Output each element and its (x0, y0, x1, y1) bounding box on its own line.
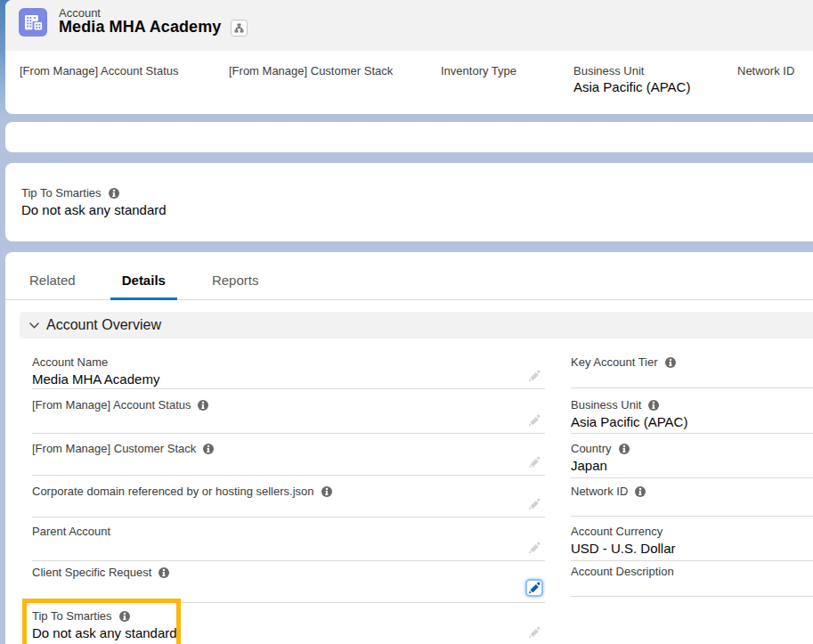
field-label: Country (571, 442, 813, 456)
field-label-text: [From Manage] Customer Stack (32, 442, 196, 456)
highlight-field-label: Network ID (737, 65, 794, 77)
field-label: Key Account Tier (571, 355, 813, 370)
edit-field-button[interactable] (528, 414, 541, 427)
info-icon-glyph (321, 486, 332, 497)
edit-field-button[interactable] (528, 626, 541, 639)
info-icon[interactable] (635, 486, 646, 497)
highlight-field: Inventory Type (441, 65, 516, 77)
chevron-down-icon (29, 322, 39, 329)
info-icon-glyph (159, 567, 169, 578)
record-detail-card: Related Details Reports Account Overview… (5, 252, 813, 644)
highlight-field: [From Manage] Account Status (20, 65, 178, 77)
field-label: [From Manage] Customer Stack (32, 442, 545, 456)
field-value: Asia Pacific (APAC) (571, 414, 813, 430)
info-icon[interactable] (321, 486, 332, 497)
edit-pencil-icon (528, 542, 541, 554)
info-icon[interactable] (109, 188, 119, 199)
edit-field-button[interactable] (528, 542, 541, 554)
highlights-fields: [From Manage] Account Status [From Manag… (5, 51, 813, 114)
detail-field-row: Network ID (571, 478, 813, 517)
empty-card (5, 122, 813, 152)
highlight-field: Network ID (737, 65, 794, 77)
info-icon[interactable] (119, 611, 130, 622)
field-label: Account Description (571, 565, 813, 579)
field-value: Japan (571, 458, 813, 474)
tip-field-label: Tip To Smarties (21, 186, 102, 200)
detail-field-row: CountryJapan (571, 434, 813, 478)
highlights-card: Account Media MHA Academy [From Manage] … (5, 0, 813, 114)
highlight-field: Business Unit Asia Pacific (APAC) (573, 65, 690, 94)
section-title: Account Overview (46, 317, 161, 333)
tab-related[interactable]: Related (18, 273, 87, 299)
field-label: Business Unit (571, 398, 813, 412)
detail-field-row: Tip To SmartiesDo not ask any standard (32, 603, 545, 644)
tip-field-value: Do not ask any standard (21, 202, 167, 217)
edit-pencil-icon (528, 582, 541, 594)
info-icon-glyph (635, 486, 646, 497)
edit-pencil-icon (528, 498, 541, 510)
info-icon[interactable] (203, 444, 214, 454)
field-label-text: Business Unit (571, 398, 641, 412)
detail-field-row: Account CurrencyUSD - U.S. Dollar (571, 517, 813, 561)
section-account-overview[interactable]: Account Overview (20, 312, 813, 338)
info-icon-glyph (109, 188, 119, 199)
field-label: Client Specific Request (32, 566, 545, 580)
edit-field-button[interactable] (528, 370, 541, 382)
edit-field-button[interactable] (528, 456, 541, 469)
edit-field-button-focused[interactable] (525, 579, 543, 597)
field-label-text: Corporate domain referenced by or hostin… (32, 485, 314, 499)
info-icon-glyph (203, 444, 214, 454)
edit-pencil-icon (528, 370, 541, 382)
highlight-field-label: Inventory Type (441, 65, 516, 77)
info-icon-glyph (648, 400, 659, 411)
field-label-text: [From Manage] Account Status (32, 398, 191, 412)
detail-field-row: Key Account Tier (571, 347, 813, 388)
field-label: Tip To Smarties (32, 609, 545, 624)
detail-field-row: Business UnitAsia Pacific (APAC) (571, 388, 813, 434)
detail-field-row: [From Manage] Customer Stack (32, 434, 545, 476)
field-value: Media MHA Academy (32, 371, 545, 387)
record-name: Media MHA Academy (59, 17, 221, 37)
field-label-text: Network ID (571, 485, 628, 499)
field-label-text: Account Currency (571, 525, 663, 539)
info-icon[interactable] (648, 400, 659, 411)
highlight-field-label: Business Unit (573, 65, 690, 77)
hierarchy-icon (234, 23, 244, 33)
account-object-icon (19, 8, 47, 37)
info-icon-glyph (198, 400, 208, 411)
tab-details[interactable]: Details (110, 273, 177, 299)
field-value: Do not ask any standard (32, 625, 545, 641)
view-hierarchy-button[interactable] (231, 20, 248, 37)
field-label: Account Name (32, 355, 545, 370)
info-icon[interactable] (198, 400, 208, 411)
info-icon[interactable] (159, 567, 169, 578)
info-icon-glyph (619, 444, 630, 454)
detail-field-row: Parent Account (32, 518, 545, 561)
field-label: Parent Account (32, 525, 545, 539)
info-icon-glyph (665, 357, 676, 368)
info-icon[interactable] (619, 444, 630, 454)
info-icon[interactable] (665, 357, 676, 368)
tip-card: Tip To Smarties Do not ask any standard (5, 163, 813, 241)
field-label-text: Tip To Smarties (32, 609, 112, 624)
highlight-field-label: [From Manage] Account Status (20, 65, 178, 77)
field-label-text: Key Account Tier (571, 355, 658, 370)
field-label-text: Account Name (32, 355, 108, 370)
tab-reports[interactable]: Reports (200, 273, 271, 299)
highlight-field-value: Asia Pacific (APAC) (573, 80, 690, 94)
detail-field-row: Corporate domain referenced by or hostin… (32, 476, 545, 518)
edit-pencil-icon (528, 456, 541, 469)
details-right-column: Key Account TierBusiness UnitAsia Pacifi… (571, 347, 813, 597)
record-header: Account Media MHA Academy (5, 0, 813, 51)
field-label-text: Account Description (571, 565, 674, 579)
field-label: [From Manage] Account Status (32, 398, 545, 412)
details-left-column: Account NameMedia MHA Academy[From Manag… (32, 347, 545, 644)
edit-pencil-icon (528, 414, 541, 427)
field-value: USD - U.S. Dollar (571, 541, 813, 557)
field-label-text: Country (571, 442, 612, 456)
field-label: Account Currency (571, 525, 813, 539)
edit-pencil-icon (528, 626, 541, 639)
edit-field-button[interactable] (528, 498, 541, 510)
buildings-icon (19, 8, 47, 37)
field-label: Network ID (571, 485, 813, 499)
